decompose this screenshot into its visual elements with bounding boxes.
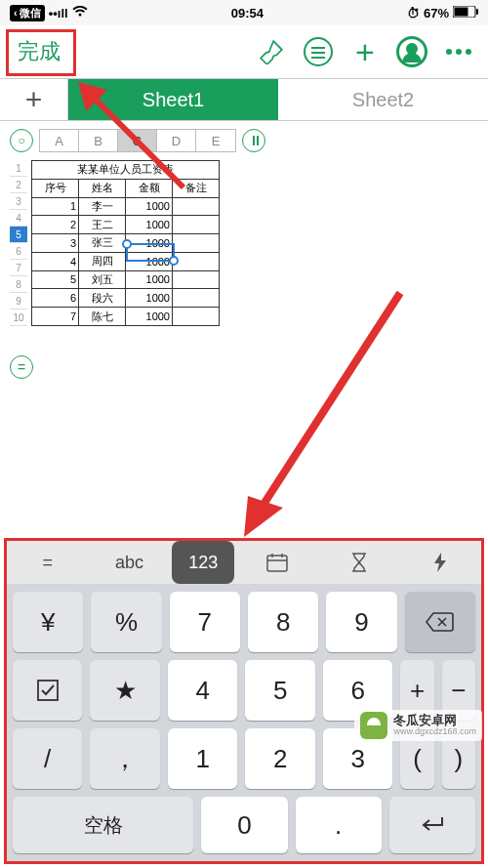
row-ruler[interactable]: 1 2 3 4 5 6 7 8 9 10 <box>10 160 27 326</box>
annotation-highlight-keyboard: = abc 123 ¥ % 7 8 9 <box>4 538 484 864</box>
row-2[interactable]: 2 <box>10 177 27 193</box>
watermark: 冬瓜安卓网 www.dgxcdz168.com <box>354 710 482 741</box>
more-icon[interactable] <box>439 32 478 71</box>
select-all-circle[interactable]: ○ <box>10 129 33 152</box>
key-0[interactable]: 0 <box>201 797 287 853</box>
row-5[interactable]: 5 <box>10 227 27 243</box>
svg-rect-2 <box>476 9 478 15</box>
key-comma[interactable]: ， <box>90 728 159 789</box>
table-row: 6段六1000 <box>32 289 220 308</box>
format-brush-icon[interactable] <box>252 32 291 71</box>
menu-circle-icon[interactable] <box>299 32 338 71</box>
table-row: 3张三1000 <box>32 234 220 253</box>
profile-icon[interactable] <box>392 32 431 71</box>
spreadsheet-area: 1 2 3 4 5 6 7 8 9 10 某某单位人员工资表 序号 姓名 金额 … <box>0 160 488 326</box>
key-2[interactable]: 2 <box>245 728 314 789</box>
key-dot[interactable]: . <box>296 797 382 853</box>
key-percent[interactable]: % <box>91 592 161 652</box>
svg-rect-14 <box>38 681 58 700</box>
key-slash[interactable]: / <box>13 728 82 789</box>
tab-sheet2[interactable]: Sheet2 <box>278 79 488 120</box>
col-d[interactable]: D <box>157 130 196 151</box>
kb-tab-equals[interactable]: = <box>7 541 89 584</box>
battery-pct: 67% <box>424 6 449 21</box>
done-button[interactable]: 完成 <box>10 33 68 70</box>
row-7[interactable]: 7 <box>10 260 27 276</box>
status-bar: ‹ 微信 ••ıll 09:54 ⏱ 67% <box>0 0 488 25</box>
key-5[interactable]: 5 <box>245 660 314 721</box>
signal-icon: ••ıll <box>49 6 68 21</box>
kb-tab-date[interactable] <box>236 541 318 584</box>
kb-tab-123[interactable]: 123 <box>172 541 234 584</box>
row-3[interactable]: 3 <box>10 193 27 210</box>
key-9[interactable]: 9 <box>326 592 396 652</box>
table-row: 5刘五1000 <box>32 270 220 289</box>
formula-button[interactable]: = <box>10 355 33 379</box>
table-row: 7陈七1000 <box>32 308 220 326</box>
keyboard-zone: = abc 123 ¥ % 7 8 9 <box>0 534 488 868</box>
key-7[interactable]: 7 <box>170 592 240 652</box>
key-4[interactable]: 4 <box>168 660 237 721</box>
back-to-app[interactable]: ‹ 微信 <box>10 5 45 21</box>
svg-rect-1 <box>455 7 468 16</box>
kb-tab-hourglass[interactable] <box>318 541 400 584</box>
table-title[interactable]: 某某单位人员工资表 <box>32 161 220 180</box>
sheet-tabs: + Sheet1 Sheet2 <box>0 78 488 121</box>
keyboard-toolbar: = abc 123 <box>7 541 481 584</box>
svg-rect-7 <box>267 556 287 571</box>
table-row: 2王二1000 <box>32 216 220 234</box>
key-1[interactable]: 1 <box>168 728 237 789</box>
col-e[interactable]: E <box>196 130 235 151</box>
row-4[interactable]: 4 <box>10 210 27 227</box>
key-yen[interactable]: ¥ <box>13 592 83 652</box>
tab-sheet1[interactable]: Sheet1 <box>68 79 278 120</box>
kb-tab-bolt[interactable] <box>399 541 481 584</box>
data-table[interactable]: 某某单位人员工资表 序号 姓名 金额 备注 1李一1000 2王二1000 3张… <box>31 160 220 326</box>
battery-icon <box>453 6 478 21</box>
table-row: 4周四1000 <box>32 252 220 270</box>
key-backspace[interactable] <box>405 592 475 652</box>
watermark-url: www.dgxcdz168.com <box>393 727 476 737</box>
svg-marker-6 <box>244 496 283 537</box>
row-10[interactable]: 10 <box>10 310 27 326</box>
key-checkbox[interactable] <box>13 660 82 721</box>
wifi-icon <box>72 6 88 21</box>
add-button[interactable]: + <box>346 32 385 71</box>
row-8[interactable]: 8 <box>10 276 27 293</box>
svg-line-5 <box>254 293 400 519</box>
clock: 09:54 <box>231 6 264 21</box>
column-ruler[interactable]: A B C D E <box>39 129 236 152</box>
key-space[interactable]: 空格 <box>13 797 193 853</box>
add-sheet-button[interactable]: + <box>0 79 68 120</box>
key-star[interactable]: ★ <box>90 660 159 721</box>
col-b[interactable]: B <box>79 130 118 151</box>
key-8[interactable]: 8 <box>248 592 318 652</box>
column-ruler-row: ○ A B C D E <box>0 121 488 160</box>
svg-marker-11 <box>434 553 446 572</box>
kb-tab-abc[interactable]: abc <box>89 541 171 584</box>
row-6[interactable]: 6 <box>10 243 27 260</box>
watermark-title: 冬瓜安卓网 <box>393 714 476 727</box>
alarm-icon: ⏱ <box>407 6 420 21</box>
row-1[interactable]: 1 <box>10 160 27 177</box>
col-a[interactable]: A <box>40 130 79 151</box>
app-toolbar: 完成 + <box>0 25 488 78</box>
watermark-icon <box>360 712 387 739</box>
pause-circle-icon[interactable] <box>242 129 265 152</box>
key-enter[interactable] <box>389 797 475 853</box>
row-9[interactable]: 9 <box>10 293 27 310</box>
table-row: 1李一1000 <box>32 197 220 216</box>
col-c[interactable]: C <box>118 130 157 151</box>
table-header-row: 序号 姓名 金额 备注 <box>32 179 220 197</box>
